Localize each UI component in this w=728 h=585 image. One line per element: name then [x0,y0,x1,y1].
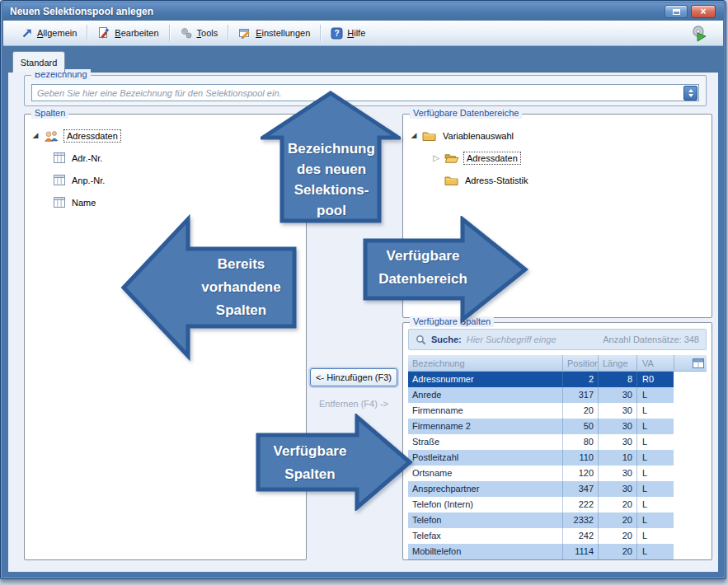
tree-item-variablenauswahl[interactable]: ◢ Variablenauswahl [410,124,708,147]
toolbar-separator [169,25,170,41]
menu-hilfe[interactable]: ? Hilfe [323,25,373,42]
expander-collapsed-icon[interactable]: ▷ [432,154,440,162]
table-row[interactable]: Telefon233220L [408,512,674,528]
record-count: Anzahl Datensätze: 348 [603,335,699,344]
search-icon [416,335,426,345]
restore-button[interactable] [665,5,688,18]
table-row[interactable]: Adressnummer28R0 [408,372,674,387]
annotation-arrow-up [261,91,401,224]
tab-page: Bezeichnung Spalten ◢ Adressdaten [8,72,718,572]
search-label: Suche: [431,335,462,344]
table-body: Adressnummer28R0 Anrede31730L Firmenname… [408,372,707,559]
hinzufuegen-button[interactable]: <- Hinzufügen (F3) [310,368,397,386]
toolbar-separator [320,25,321,41]
tab-strip [3,46,723,72]
menu-tools[interactable]: Tools [172,24,226,42]
toolbar-separator [87,25,87,41]
tree-item-label: Adressdaten [63,129,121,143]
table-row[interactable]: Telefon (Intern)22220L [408,497,674,512]
column-header-laenge[interactable]: Länge [598,355,636,371]
close-button[interactable]: × [691,5,716,18]
annotation-arrow-bottom [255,414,413,511]
spalten-group-label: Spalten [31,108,68,119]
table-row[interactable]: Ortsname12030L [408,466,674,481]
toolbar: Allgemein Bearbeiten Tools Einstellungen [3,21,723,46]
restore-icon [673,9,680,15]
tab-standard[interactable]: Standard [12,51,65,73]
tree-item-label: Adress-Statistik [463,175,530,186]
column-chooser-icon [693,358,704,368]
annotation-arrow-left [120,213,298,363]
datenbereiche-group-label: Verfügbare Datenbereiche [410,108,522,119]
open-folder-icon [444,152,459,163]
table-icon [54,175,65,185]
table-header: Bezeichnung Position Länge VA [408,355,707,372]
users-icon [44,130,59,142]
table-icon [54,152,65,163]
dialog-window: Neuen Selektionspool anlegen × Allgemein… [0,0,726,579]
expander-expanded-icon[interactable]: ◢ [410,132,418,139]
tree-item-label: Variablenauswahl [440,130,516,142]
toolbar-separator [228,25,228,41]
datenbereiche-tree: ◢ Variablenauswahl ▷ Adressdaten [403,115,712,191]
settings-pencil-icon [238,26,251,40]
close-icon: × [700,7,706,16]
titlebar: Neuen Selektionspool anlegen × [2,2,724,20]
table-icon [54,197,65,208]
menu-bearbeiten[interactable]: Bearbeiten [90,24,166,42]
table-row[interactable]: Postleitzahl11010L [408,450,674,466]
spinner-down-icon [688,94,693,97]
help-icon: ? [331,27,343,40]
column-header-bezeichnung[interactable]: Bezeichnung [408,355,562,371]
column-header-va[interactable]: VA [636,355,674,371]
table-row[interactable]: Anrede31730L [408,387,674,403]
bezeichnung-spinner[interactable] [683,86,697,101]
tree-item-label: Adressdaten [463,152,521,165]
edit-tool-icon [97,26,110,40]
entfernen-button[interactable]: Entfernen (F4) -> [310,396,397,411]
tree-item-label: Name [69,197,98,208]
tree-item-adress-statistik[interactable]: Adress-Statistik [410,169,708,191]
tree-item-label: Anp.-Nr. [69,175,107,186]
svg-text:?: ? [335,29,340,38]
arrow-up-right-icon [21,27,33,40]
column-chooser-button[interactable] [674,355,707,371]
table-row[interactable]: Telefax24220L [408,528,674,544]
tree-item-label: Adr.-Nr. [69,152,105,164]
search-bar: Suche: Anzahl Datensätze: 348 [408,329,707,350]
menu-einstellungen[interactable]: Einstellungen [231,24,317,42]
window-title: Neuen Selektionspool anlegen [10,6,153,17]
tab-label: Standard [21,58,58,68]
table-row[interactable]: Straße8030L [408,434,674,450]
table-row[interactable]: Mobiltelefon111420L [408,544,674,559]
menu-allgemein[interactable]: Allgemein [13,25,84,42]
folder-icon [444,175,458,185]
annotation-arrow-right [362,216,528,323]
table-row[interactable]: Ansprechpartner34730L [408,481,674,497]
tree-item-adressdaten-folder[interactable]: ▷ Adressdaten [410,147,708,169]
column-header-position[interactable]: Position [562,355,598,371]
table-row[interactable]: Firmenname 25030L [408,419,674,434]
table-row[interactable]: Firmenname2030L [408,403,674,419]
gears-icon [180,26,193,40]
folder-icon [422,130,436,141]
search-input[interactable] [467,335,590,344]
expander-expanded-icon[interactable]: ◢ [31,132,40,139]
spinner-up-icon [688,89,693,92]
run-gear-button[interactable] [688,22,710,44]
run-gear-icon [689,24,709,44]
verfuegbare-spalten-group: Verfügbare Spalten Suche: Anzahl Datensä… [402,322,712,560]
